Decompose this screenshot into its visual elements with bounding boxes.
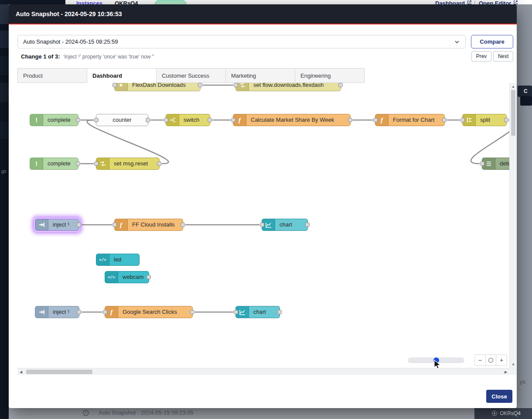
scroll-right-arrow[interactable]: ▶ [502, 368, 509, 375]
external-link-icon [513, 0, 518, 4]
flow-wire [87, 120, 169, 164]
output-port [190, 310, 194, 314]
flow-node-debug1[interactable]: debu [482, 158, 509, 170]
scroll-left-arrow[interactable]: ◀ [17, 368, 24, 375]
scroll-up-arrow[interactable]: ▲ [510, 83, 517, 90]
input-port [234, 83, 238, 87]
node-label: Google Search Clicks [118, 306, 181, 318]
output-port [147, 275, 151, 279]
input-port [460, 118, 465, 122]
flow-node-counter[interactable]: counter [96, 114, 148, 126]
input-port [260, 223, 264, 227]
background-sidebar-top [0, 0, 65, 4]
background-right-badge: C [518, 86, 532, 97]
node-label: chart [249, 306, 270, 318]
node-label: set flow.downloads.flexdash [249, 83, 328, 91]
prev-button[interactable]: Prev [471, 51, 491, 62]
scroll-down-arrow[interactable]: ▼ [510, 361, 517, 368]
input-port [94, 161, 99, 166]
vertical-scrollbar-thumb[interactable] [511, 90, 515, 136]
output-port [208, 118, 212, 122]
node-label: complete [43, 114, 75, 126]
sidebar-item-block [0, 31, 9, 48]
right-badge-letter: C [524, 88, 528, 94]
background-bottom-strip: Auto Snapshot - 2024-05-19 09:23:05 OKRs… [9, 408, 532, 419]
background-right-strip: C ys [517, 4, 532, 408]
zoom-in-button[interactable]: + [496, 355, 507, 365]
clock-icon [83, 410, 89, 416]
input-port [94, 118, 99, 122]
sidebar-logo-block [0, 4, 9, 24]
output-port [146, 118, 150, 122]
topbar-separator: | [474, 0, 475, 4]
snapshot-select[interactable]: Auto Snapshot - 2024-05-15 08:25:59 [17, 35, 466, 48]
background-right-text: ys [520, 378, 525, 385]
close-button[interactable]: Close [486, 390, 512, 403]
flow-node-ffcloud[interactable]: fFF Cloud Installs [114, 219, 183, 231]
output-port [442, 118, 447, 122]
input-port [480, 161, 484, 166]
zoom-reset-icon [488, 358, 493, 363]
modal-header: Auto Snapshot - 2024-05-29 10:36:53 [9, 4, 517, 24]
flow-node-split1[interactable]: split [462, 114, 507, 126]
sidebar-item-block [0, 83, 9, 102]
node-label: Calculate Market Share By Week [246, 114, 338, 126]
node-label: inject ¹ [48, 219, 74, 230]
flow-node-switch1[interactable]: switch [166, 114, 210, 126]
flow-node-complete2[interactable]: !complete [30, 158, 78, 170]
zoom-controls: − + [474, 354, 507, 366]
open-editor-link[interactable]: Open Editor [479, 0, 518, 4]
node-label: led [109, 254, 126, 265]
breadcrumb-section[interactable]: Instances [76, 0, 102, 4]
flow-node-format[interactable]: fFormat for Chart [375, 114, 445, 126]
chevron-down-icon [454, 39, 460, 45]
tab-engineering[interactable]: Engineering [295, 68, 365, 83]
tab-product[interactable]: Product [17, 68, 87, 83]
dashboard-link-label: Dashboard [435, 0, 465, 4]
compare-button[interactable]: Compare [471, 35, 513, 48]
output-port [348, 118, 352, 122]
flow-node-inject1[interactable]: inject ¹ [35, 219, 79, 231]
flow-node-chart1[interactable]: chart [262, 219, 308, 231]
code-icon: </> [96, 254, 109, 265]
flow-node-setreset[interactable]: set msg.reset [96, 158, 160, 170]
output-port [157, 161, 161, 166]
next-button[interactable]: Next [493, 51, 513, 62]
tab-dashboard[interactable]: Dashboard [87, 68, 157, 83]
zoom-reset-button[interactable] [485, 355, 496, 365]
output-port [181, 223, 185, 227]
flow-canvas[interactable]: − + ★FlexDash Downloadsset flow.download… [17, 83, 509, 368]
breadcrumb-instance-name: OKRsQ4 [115, 0, 138, 4]
vertical-scrollbar[interactable]: ▲ ▼ [509, 83, 516, 368]
zoom-out-button[interactable]: − [475, 355, 485, 365]
node-label: inject ¹ [48, 306, 74, 318]
flow-node-google[interactable]: fGoogle Search Clicks [105, 306, 193, 318]
flow-node-chart2[interactable]: chart [235, 306, 280, 318]
tab-customer-success[interactable]: Customer Success [156, 68, 226, 83]
node-label: switch [179, 114, 204, 126]
input-port [234, 310, 238, 314]
node-label: counter [110, 114, 134, 126]
horizontal-scrollbar-thumb[interactable] [26, 370, 92, 374]
tab-marketing[interactable]: Marketing [225, 68, 295, 83]
flow-node-webcam[interactable]: </>webcam [105, 271, 149, 283]
flow-node-flexdash[interactable]: ★FlexDash Downloads [114, 83, 201, 91]
flow-node-setflow[interactable]: set flow.downloads.flexdash [235, 83, 341, 91]
change-detail-text: 'inject ¹' property 'once' was 'true' no… [64, 54, 154, 60]
flow-node-calc[interactable]: fCalculate Market Share By Week [233, 114, 351, 126]
horizontal-scrollbar[interactable]: ◀ ▶ [17, 368, 509, 375]
output-port [338, 83, 343, 87]
dashboard-link[interactable]: Dashboard [435, 0, 472, 4]
node-label: Format for Chart [389, 114, 439, 126]
external-link-icon [467, 0, 472, 4]
flow-node-inject2[interactable]: inject ¹ [35, 306, 79, 318]
flow-node-led[interactable]: </>led [96, 254, 140, 266]
background-instance-panel: OKRsQ4 [474, 408, 532, 419]
inject-icon [35, 306, 48, 318]
output-port [198, 83, 202, 87]
node-label: set msg.reset [109, 158, 152, 169]
snapshot-modal: Auto Snapshot - 2024-05-29 10:36:53 Auto… [9, 4, 517, 408]
scrollbar-corner [509, 368, 516, 375]
background-instance-name: OKRsQ4 [500, 410, 521, 416]
flow-node-complete1[interactable]: !complete [30, 114, 78, 126]
